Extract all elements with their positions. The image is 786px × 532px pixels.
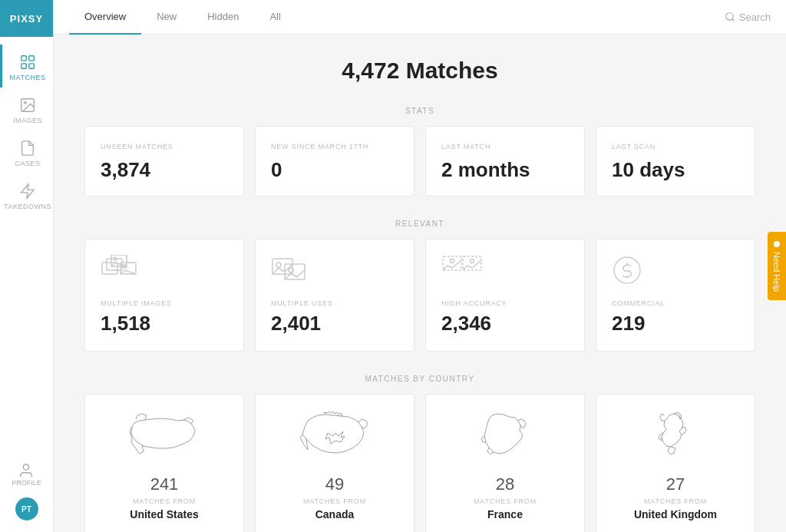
takedowns-icon [19,183,36,200]
us-map [126,410,203,464]
sidebar-label-matches: MATCHES [10,74,46,81]
sidebar-label-profile: PROFILE [12,479,41,487]
relevant-card-high-accuracy: HIGH ACCURACY 2,346 [425,239,585,352]
svg-rect-1 [29,56,34,61]
search-button[interactable]: Search [725,12,771,23]
svg-rect-10 [102,263,117,274]
stat-value-unseen: 3,874 [101,158,150,182]
country-card-us[interactable]: 241 MATCHES FROM United States [84,394,244,532]
svg-rect-2 [21,64,26,68]
relevant-card-commercial: COMMERCIAL 219 [596,239,755,352]
logo: PIXSY [0,0,53,37]
cases-icon [19,140,36,157]
stat-card-new: NEW SINCE MARCH 17TH 0 [255,126,414,197]
country-count-ca: 49 [325,474,344,494]
fr-map [467,410,543,464]
relevant-card-multiple-uses: MULTIPLE USES 2,401 [255,239,414,352]
country-from-fr: MATCHES FROM [474,497,537,505]
country-name-us: United States [130,508,198,520]
high-accuracy-icon [441,255,487,289]
country-count-uk: 27 [666,474,685,494]
relevant-label-multiple-images: MULTIPLE IMAGES [101,299,172,307]
svg-marker-6 [21,184,35,198]
main-content: Overview New Hidden All Search 4,472 Mat… [54,0,786,532]
ca-map [296,410,373,464]
country-grid: 241 MATCHES FROM United States 49 MATCHE… [84,394,755,532]
country-from-ca: MATCHES FROM [303,497,366,505]
multiple-uses-icon [271,255,308,289]
relevant-value-high-accuracy: 2,346 [441,312,491,335]
relevant-section-label: RELEVANT [84,220,755,228]
stat-value-last-scan: 10 days [612,158,685,182]
search-icon [725,12,735,22]
relevant-card-multiple-images: MULTIPLE IMAGES 1,518 [84,239,244,352]
sidebar-label-images: IMAGES [13,117,42,124]
sidebar-bottom: PROFILE PT [0,454,53,532]
uk-map [637,410,714,464]
sidebar-item-matches[interactable]: MATCHES [0,45,53,88]
svg-point-24 [614,257,640,283]
stat-label-last-scan: LAST SCAN [612,142,656,152]
commercial-icon [612,255,642,289]
sidebar-nav: MATCHES IMAGES CASES TAKEDOWNS [0,37,53,454]
stat-label-last-match: LAST MATCH [441,142,490,152]
tab-all[interactable]: All [254,0,296,35]
stat-value-new: 0 [271,158,282,182]
sidebar-item-takedowns[interactable]: TAKEDOWNS [0,173,53,216]
stat-value-last-match: 2 months [441,158,530,182]
country-card-ca[interactable]: 49 MATCHES FROM Canada [255,394,414,532]
help-label: Need Help [772,252,781,292]
relevant-value-multiple-uses: 2,401 [271,312,321,335]
country-card-uk[interactable]: 27 MATCHES FROM United Kingdom [596,394,755,532]
sidebar: PIXSY MATCHES IMAGES [0,0,54,532]
country-section-label: MATCHES BY COUNTRY [84,375,755,383]
country-from-us: MATCHES FROM [133,497,196,505]
relevant-label-high-accuracy: HIGH ACCURACY [441,299,507,307]
tabs-bar: Overview New Hidden All Search [54,0,786,35]
multiple-images-icon [101,255,140,289]
country-from-uk: MATCHES FROM [644,497,707,505]
help-button[interactable]: Need Help [768,232,786,301]
matches-title: 4,472 Matches [84,58,755,84]
country-name-uk: United Kingdom [634,508,717,520]
relevant-value-multiple-images: 1,518 [101,312,150,335]
country-name-ca: Canada [315,508,355,520]
stat-card-last-scan: LAST SCAN 10 days [596,126,755,197]
country-name-fr: France [487,508,523,520]
tab-new[interactable]: New [141,0,192,35]
svg-point-7 [24,464,29,470]
stats-section-label: STATS [84,107,755,115]
country-card-fr[interactable]: 28 MATCHES FROM France [425,394,585,532]
stats-grid: UNSEEN MATCHES 3,874 NEW SINCE MARCH 17T… [84,126,755,197]
tab-overview[interactable]: Overview [69,0,141,35]
stat-label-unseen: UNSEEN MATCHES [101,142,173,152]
sidebar-item-cases[interactable]: CASES [0,131,53,173]
country-count-fr: 28 [496,474,514,494]
matches-icon [19,54,36,71]
content-area: 4,472 Matches STATS UNSEEN MATCHES 3,874… [54,35,786,532]
relevant-value-commercial: 219 [612,312,645,335]
profile-icon [18,462,35,479]
country-count-us: 241 [150,474,179,494]
svg-point-5 [24,101,26,104]
stat-card-last-match: LAST MATCH 2 months [425,126,585,197]
svg-line-9 [732,19,735,21]
relevant-grid: MULTIPLE IMAGES 1,518 MULTIPLE USES 2,40… [84,239,755,352]
sidebar-label-takedowns: TAKEDOWNS [4,203,51,210]
relevant-label-commercial: COMMERCIAL [612,299,665,307]
help-dot [774,241,780,247]
svg-point-23 [471,259,474,263]
svg-rect-0 [21,56,26,61]
svg-point-8 [726,13,733,20]
sidebar-label-cases: CASES [15,160,40,167]
svg-point-17 [276,263,281,267]
avatar[interactable]: PT [15,497,38,520]
tab-hidden[interactable]: Hidden [192,0,254,35]
sidebar-item-images[interactable]: IMAGES [0,88,53,131]
stat-card-unseen: UNSEEN MATCHES 3,874 [84,126,244,197]
svg-rect-3 [29,64,34,68]
stat-label-new: NEW SINCE MARCH 17TH [271,142,368,152]
sidebar-item-profile[interactable]: PROFILE [12,454,41,493]
relevant-label-multiple-uses: MULTIPLE USES [271,299,333,307]
svg-point-22 [451,259,454,263]
